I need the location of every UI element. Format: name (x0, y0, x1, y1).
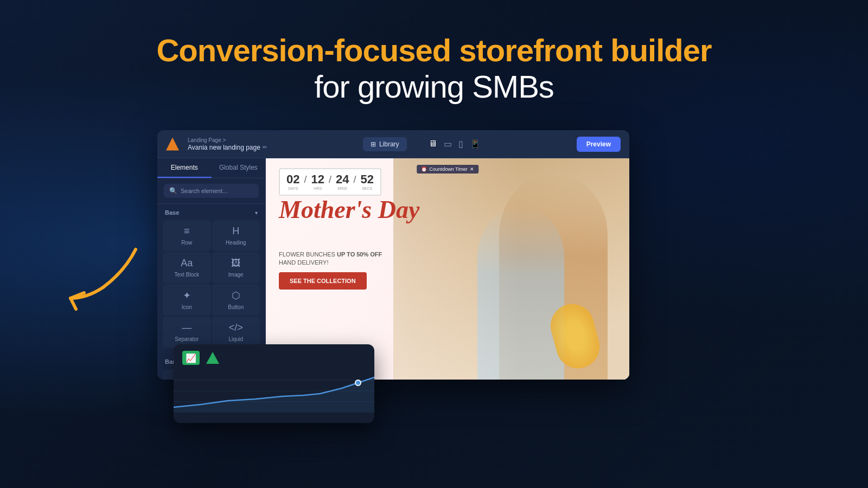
heading-icon: H (232, 226, 239, 237)
builder-logo-icon (166, 138, 179, 151)
base-chevron-icon: ▾ (255, 210, 258, 216)
countdown-wrap: 02 DAYS / 12 HRS / 24 MINS / (279, 168, 381, 196)
breadcrumb-bottom: Avania new landing page ✏ (188, 144, 267, 151)
countdown-tooltip: ⏰ Countdown Timer ✕ (417, 165, 478, 174)
chart-svg (174, 369, 374, 413)
analytics-header: 📈 (174, 344, 374, 369)
subtitle-line1: FLOWER BUNCHES UP TO 50% OFF (279, 251, 382, 259)
sep-3: / (353, 174, 356, 185)
time-hrs: 12 HRS (311, 174, 324, 190)
time-secs: 52 SECS (361, 174, 374, 190)
elements-grid: ≡ Row H Heading Aa Text Block 🖼 Image ✦ (157, 220, 265, 353)
analytics-chart (174, 369, 374, 413)
sidebar-tabs: Elements Global Styles (157, 158, 265, 178)
element-separator[interactable]: — Separator (163, 317, 211, 348)
subtitle-line2: HAND DELIVERY! (279, 259, 382, 267)
chart-icon-symbol: 📈 (186, 353, 196, 363)
sidebar-search-wrap: 🔍 Search element... (157, 178, 265, 204)
analytics-chart-icon: 📈 (182, 351, 200, 365)
separator-icon: — (182, 322, 192, 333)
tab-global-styles[interactable]: Global Styles (212, 158, 266, 178)
element-icon[interactable]: ✦ Icon (163, 284, 211, 316)
library-button[interactable]: ⊞ Library (363, 137, 407, 151)
element-liquid[interactable]: </> Liquid (212, 317, 260, 348)
subtitle-bold: UP TO 50% OFF (337, 251, 382, 258)
countdown-tooltip-text: Countdown Timer (429, 166, 468, 172)
search-input-container[interactable]: 🔍 Search element... (164, 184, 259, 198)
time-mins: 24 MINS (336, 174, 349, 190)
base-section-label: Base (165, 209, 179, 216)
element-button[interactable]: ⬡ Button (212, 284, 260, 316)
sep-1: / (304, 174, 307, 185)
text-block-icon: Aa (181, 258, 193, 269)
element-heading[interactable]: H Heading (212, 220, 260, 251)
tab-elements[interactable]: Elements (157, 158, 212, 178)
triangle-up-icon (206, 352, 219, 364)
device-icons: 🖥 ▭ ▯ 📱 (429, 139, 481, 149)
builder-container: Landing Page > Avania new landing page ✏… (157, 130, 629, 380)
icon-icon: ✦ (183, 290, 191, 301)
mothers-day-headline: Mother's Day (279, 196, 419, 224)
element-image[interactable]: 🖼 Image (212, 252, 260, 283)
breadcrumb-top: Landing Page > (188, 137, 267, 143)
image-icon: 🖼 (231, 258, 241, 269)
headline-orange: Conversion-focused storefront builder (0, 33, 868, 69)
tooltip-close-icon[interactable]: ✕ (470, 166, 474, 172)
sep-2: / (329, 174, 331, 185)
search-placeholder-text: Search element... (181, 188, 227, 194)
headline-white: for growing SMBs (0, 69, 868, 105)
element-row[interactable]: ≡ Row (163, 220, 211, 251)
search-icon: 🔍 (169, 187, 177, 195)
row-icon: ≡ (184, 226, 190, 237)
time-days: 02 DAYS (286, 174, 299, 190)
svg-marker-3 (174, 377, 374, 413)
header-section: Conversion-focused storefront builder fo… (0, 33, 868, 105)
countdown-timer-box: 02 DAYS / 12 HRS / 24 MINS / (279, 168, 381, 196)
edit-icon[interactable]: ✏ (263, 144, 267, 150)
element-text-block[interactable]: Aa Text Block (163, 252, 211, 283)
countdown-tooltip-icon: ⏰ (421, 166, 427, 172)
base-section-header: Base ▾ (157, 204, 265, 220)
tablet-landscape-icon[interactable]: ▭ (444, 139, 452, 149)
breadcrumb: Landing Page > Avania new landing page ✏ (188, 137, 267, 151)
analytics-card: 📈 (174, 344, 374, 423)
banner-subtitle: FLOWER BUNCHES UP TO 50% OFF HAND DELIVE… (279, 251, 382, 267)
cta-button[interactable]: SEE THE COLLECTION (279, 272, 367, 290)
button-icon: ⬡ (232, 290, 240, 301)
desktop-icon[interactable]: 🖥 (429, 139, 437, 149)
builder-topbar: Landing Page > Avania new landing page ✏… (157, 130, 629, 158)
tablet-portrait-icon[interactable]: ▯ (458, 139, 463, 149)
liquid-icon: </> (229, 322, 243, 333)
topbar-center: ⊞ Library 🖥 ▭ ▯ 📱 (276, 137, 568, 151)
svg-point-4 (355, 380, 361, 386)
preview-button[interactable]: Preview (577, 137, 621, 152)
mobile-icon[interactable]: 📱 (470, 139, 481, 149)
arrow-decoration (60, 239, 146, 317)
library-icon: ⊞ (371, 140, 376, 148)
analytics-triangle-icon (205, 351, 220, 365)
